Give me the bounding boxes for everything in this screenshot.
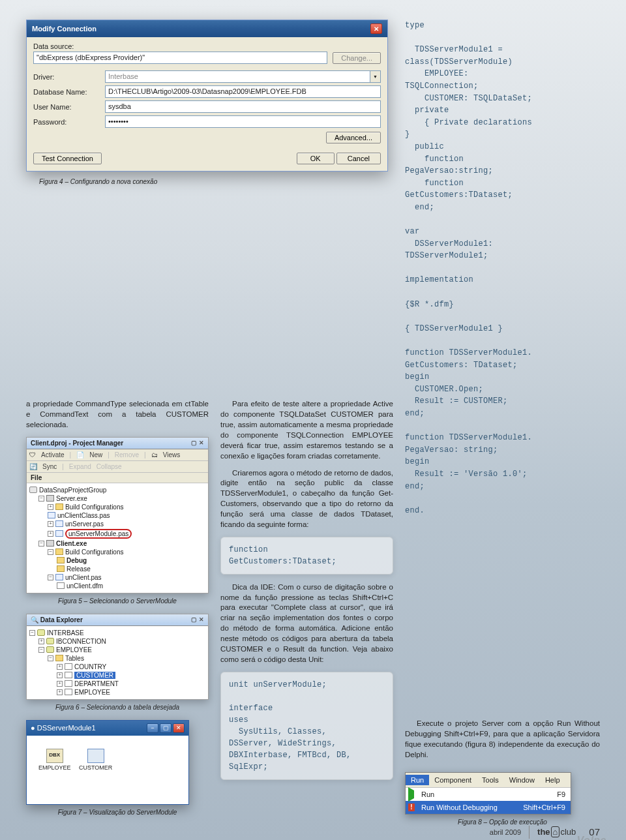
servermodule-window: ● DSServerModule1 − ▢ ✕ EMPLOYEE CUSTOME…: [26, 720, 189, 805]
paragraph-3: Criaremos agora o método de retorno de d…: [220, 468, 393, 530]
code-function: function GetCustomers:TDataset;: [220, 537, 393, 575]
pm-views[interactable]: Views: [163, 451, 181, 458]
close-icon[interactable]: ✕: [370, 23, 382, 34]
employee-label: EMPLOYEE: [38, 764, 71, 771]
pm-title: Client.dproj - Project Manager: [31, 440, 123, 447]
driver-label: Driver:: [33, 73, 105, 81]
advanced-button[interactable]: Advanced...: [326, 132, 381, 143]
chevron-down-icon[interactable]: ▼: [370, 70, 381, 83]
data-explorer: 🔍 Data Explorer ▢ ✕ −INTERBASE +IBCONNEC…: [26, 614, 209, 700]
dbname-field[interactable]: D:\THECLUB\Artigo\2009-03\Datasnap2009\E…: [105, 85, 381, 98]
close-icon[interactable]: ✕: [173, 723, 185, 733]
figure-7-caption: Figura 7 – Visualização do ServerModule: [26, 809, 209, 816]
de-title: Data Explorer: [40, 616, 83, 623]
user-field[interactable]: sysdba: [105, 100, 381, 113]
menu-component[interactable]: Component: [429, 775, 477, 785]
pm-sync[interactable]: Sync: [42, 463, 57, 470]
modify-connection-dialog: Modify Connection ✕ Data source: "dbExpr…: [26, 20, 388, 172]
pm-file-header: File: [27, 473, 208, 483]
pm-activate[interactable]: Activate: [41, 451, 65, 458]
pm-expand: Expand: [69, 463, 91, 470]
play-icon: [408, 787, 414, 802]
menu-help[interactable]: Help: [540, 775, 565, 785]
dialog-title: Modify Connection: [32, 25, 97, 33]
figure-5-caption: Figura 5 – Selecionando o ServerModule: [26, 597, 209, 605]
ss-title: DSServerModule1: [37, 724, 96, 732]
paragraph-4: Dica da IDE: Com o curso de digitação so…: [220, 582, 393, 665]
employee-component-icon[interactable]: [46, 749, 63, 763]
pm-new[interactable]: New: [89, 451, 102, 458]
paragraph-2: Para efeito de teste altere a propriedad…: [220, 399, 393, 461]
pm-collapse: Collapse: [97, 463, 122, 470]
run-menu: Run Component Tools Window Help Run F9 !…: [405, 772, 571, 815]
menu-window[interactable]: Window: [504, 775, 540, 785]
dbname-label: Database Name:: [33, 88, 105, 96]
minimize-icon[interactable]: −: [147, 723, 158, 733]
menu-run-without-debugging[interactable]: ! Run Without Debugging Shift+Ctrl+F9: [406, 801, 571, 814]
pm-selected-item[interactable]: unServerModule.pas: [65, 529, 132, 539]
code-unit: unit unServerModule; interface uses SysU…: [220, 672, 393, 780]
pass-field[interactable]: ••••••••: [105, 115, 381, 128]
pm-remove: Remove: [115, 451, 139, 458]
figure-6-caption: Figura 6 – Selecionando a tabela desejad…: [26, 704, 209, 711]
data-source-value: "dbExpress (dbExpress Provider)": [33, 52, 327, 64]
menu-run-item[interactable]: Run F9: [406, 788, 571, 801]
paragraph-1: a propriedade CommandType selecionada em…: [26, 399, 209, 430]
driver-field[interactable]: Interbase: [105, 70, 370, 83]
menu-run-tab[interactable]: Run: [406, 775, 429, 785]
data-source-label: Data source:: [33, 42, 381, 50]
customer-label: CUSTOMER: [79, 764, 112, 771]
page-footer: abril 2009 the⌂club 07: [26, 826, 600, 839]
figure-8-caption: Figura 8 – Opção de execução: [405, 818, 600, 826]
project-manager: Client.dproj - Project Manager ▢ ✕ 🛡Acti…: [26, 437, 209, 593]
de-selected[interactable]: CUSTOMER: [74, 672, 115, 679]
issue-date: abril 2009: [490, 828, 521, 836]
paragraph-5: Execute o projeto Server com a opção Run…: [405, 719, 600, 760]
customer-component-icon[interactable]: [87, 749, 104, 763]
change-button[interactable]: Change...: [333, 52, 381, 64]
menu-tools[interactable]: Tools: [477, 775, 504, 785]
watermark: Volpe: [577, 835, 606, 840]
run-nodbg-icon: !: [408, 803, 415, 811]
maximize-icon[interactable]: ▢: [160, 723, 171, 733]
user-label: User Name:: [33, 103, 105, 111]
pass-label: Password:: [33, 118, 105, 126]
